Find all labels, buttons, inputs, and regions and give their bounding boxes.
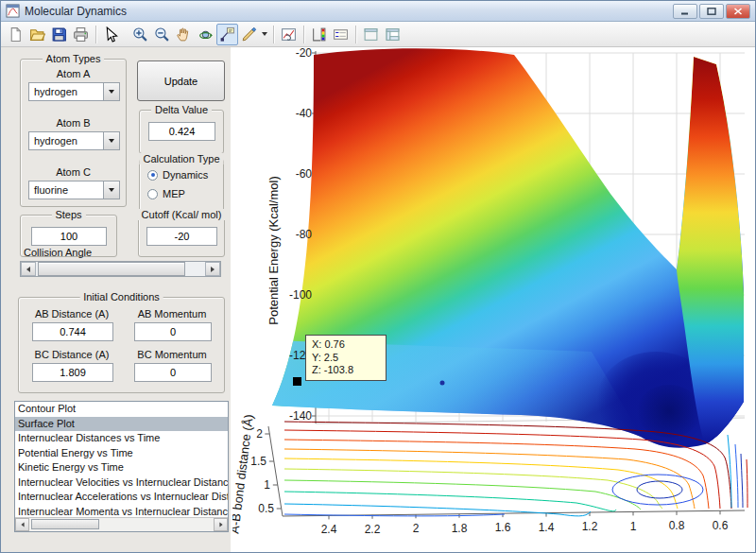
radio-dynamics[interactable]: Dynamics — [147, 169, 208, 181]
chevron-down-icon — [109, 188, 114, 192]
new-figure-button[interactable] — [5, 24, 26, 45]
slider-left-arrow[interactable] — [21, 262, 36, 276]
hide-plot-tools-button[interactable] — [360, 24, 382, 45]
list-item[interactable]: Surface Plot — [15, 417, 228, 432]
scroll-right-arrow[interactable] — [214, 518, 228, 531]
maximize-button[interactable] — [699, 4, 724, 19]
steps-title: Steps — [51, 209, 85, 220]
radio-button-icon — [147, 189, 158, 199]
edit-plot-button[interactable] — [100, 24, 122, 45]
scroll-track[interactable] — [29, 518, 214, 531]
potential-energy-surface[interactable] — [272, 48, 744, 447]
insert-colorbar-button[interactable] — [308, 24, 330, 45]
toolbar-separator — [95, 26, 96, 43]
bc-momentum-input[interactable] — [134, 363, 212, 382]
scroll-left-arrow[interactable] — [15, 518, 29, 531]
list-item-label: Internuclear Momenta vs Internuclear Dis… — [18, 506, 228, 517]
slider-thumb[interactable] — [38, 262, 185, 276]
scroll-thumb[interactable] — [31, 519, 99, 529]
y-tick-label: -40 — [296, 107, 313, 120]
list-item[interactable]: Internuclear Distances vs Time — [15, 431, 228, 446]
radio-mep[interactable]: MEP — [147, 188, 185, 199]
minimize-button[interactable] — [673, 4, 697, 19]
atom-a-dropdown-button[interactable] — [103, 83, 119, 100]
atom-b-value: hydrogen — [29, 132, 103, 149]
arrow-right-icon — [211, 267, 215, 272]
data-cursor-button[interactable] — [216, 24, 238, 45]
atom-a-label: Atom A — [21, 68, 126, 79]
atom-a-dropdown[interactable]: hydrogen — [28, 82, 120, 101]
close-icon — [733, 8, 743, 15]
x-axis-tick-labels: 2.4 2.2 2 1.8 1.6 1.4 1.2 1 0.8 0.6 — [321, 519, 729, 536]
open-file-button[interactable] — [26, 24, 48, 45]
list-item[interactable]: Internuclear Velocities vs Internuclear … — [15, 475, 228, 491]
delta-value-input[interactable] — [148, 122, 215, 141]
brush-data-button[interactable] — [238, 24, 260, 45]
list-item[interactable]: Internuclear Accelerations vs Internucle… — [15, 490, 228, 505]
link-plot-icon — [281, 26, 297, 43]
radio-button-icon — [147, 170, 158, 181]
x-tick-label: 1.4 — [539, 521, 555, 534]
save-figure-button[interactable] — [48, 24, 70, 45]
y-tick-label: -80 — [296, 228, 313, 241]
link-plot-button[interactable] — [278, 24, 300, 45]
x-tick-label: 1.6 — [495, 521, 511, 534]
atom-c-label: Atom C — [21, 166, 126, 178]
list-item-label: Contour Plot — [18, 403, 76, 414]
slider-track[interactable] — [36, 262, 205, 276]
list-item[interactable]: Potential Energy vs Time — [15, 446, 228, 461]
ab-distance-input[interactable] — [32, 322, 113, 341]
arrow-left-icon — [21, 523, 24, 527]
collision-angle-slider[interactable] — [20, 261, 221, 277]
atom-b-dropdown-button[interactable] — [103, 132, 119, 149]
print-figure-button[interactable] — [70, 24, 92, 45]
plot-type-listbox[interactable]: Contour Plot Surface Plot Internuclear D… — [14, 401, 229, 532]
list-item-label: Internuclear Accelerations vs Internucle… — [18, 491, 228, 502]
rotate-3d-button[interactable] — [195, 24, 216, 45]
show-plot-tools-button[interactable] — [382, 24, 404, 45]
depth-tick-label: 1 — [264, 478, 270, 492]
open-folder-icon — [29, 26, 45, 43]
x-tick-label: 2.2 — [365, 523, 381, 536]
atom-c-dropdown[interactable]: fluorine — [28, 181, 120, 199]
bc-distance-input[interactable] — [32, 363, 113, 382]
chevron-down-icon — [109, 90, 114, 94]
cutoff-input[interactable] — [146, 227, 217, 246]
bc-distance-label: BC Distance (A) — [23, 349, 121, 360]
arrow-left-icon — [26, 267, 30, 272]
list-item-label: Internuclear Distances vs Time — [18, 432, 160, 443]
list-item[interactable]: Kinetic Energy vs Time — [15, 460, 228, 475]
x-tick-label: 1.8 — [452, 522, 468, 535]
brush-dropdown-arrow[interactable] — [260, 24, 269, 44]
atom-c-dropdown-button[interactable] — [103, 181, 119, 199]
zoom-in-button[interactable] — [129, 24, 151, 45]
window-controls — [673, 4, 750, 19]
show-plot-tools-icon — [385, 26, 401, 43]
list-item[interactable]: Internuclear Momenta vs Internuclear Dis… — [15, 505, 228, 518]
collision-angle-label: Collision Angle — [24, 247, 92, 258]
cutoff-group: Cutoff (Kcal/ mol) — [138, 215, 225, 257]
insert-legend-button[interactable] — [330, 24, 352, 45]
steps-input[interactable] — [31, 227, 107, 246]
initial-conditions-title: Initial Conditions — [79, 291, 163, 302]
title-bar[interactable]: Molecular Dynamics — [1, 1, 755, 22]
toolbar-separator — [273, 26, 274, 43]
horizontal-scrollbar[interactable] — [15, 517, 228, 531]
list-item[interactable]: Contour Plot — [15, 402, 228, 417]
zoom-out-icon — [154, 26, 170, 43]
datatip-marker[interactable] — [293, 377, 301, 386]
list-item-label: Surface Plot — [18, 418, 75, 429]
molecular-dynamics-window: Molecular Dynamics — [0, 0, 756, 553]
close-button[interactable] — [726, 4, 750, 19]
slider-right-arrow[interactable] — [205, 262, 220, 276]
pan-button[interactable] — [173, 24, 195, 45]
surface-plot[interactable]: -20 -40 -60 -80 -100 -120 -140 2.4 2.2 2… — [232, 47, 756, 553]
update-button[interactable]: Update — [137, 60, 225, 101]
toolbar-separator — [303, 26, 304, 43]
data-tip[interactable]: X: 0.76 Y: 2.5 Z: -103.8 — [305, 335, 387, 381]
zoom-out-button[interactable] — [151, 24, 173, 45]
atom-b-dropdown[interactable]: hydrogen — [28, 131, 120, 150]
depth-axis-label: A-B bond distance (Å) — [232, 413, 256, 534]
ab-momentum-input[interactable] — [134, 322, 212, 341]
radio-dynamics-label: Dynamics — [163, 169, 208, 181]
